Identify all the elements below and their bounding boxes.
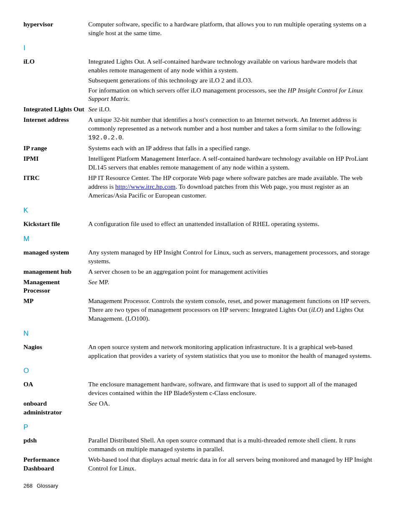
italic-text: iLO (311, 306, 321, 313)
definition-paragraph: A configuration file used to effect an u… (88, 220, 376, 229)
definition-paragraph: The enclosure management hardware, softw… (88, 380, 376, 398)
definition-paragraph: Systems each with an IP address that fal… (88, 144, 376, 153)
section-heading-o: O (23, 366, 376, 376)
glossary-definition: Systems each with an IP address that fal… (88, 144, 376, 153)
italic-text: HP Insight Control for Linux Support Mat… (88, 87, 363, 103)
definition-paragraph: See OA. (88, 399, 376, 408)
glossary-entry: onboard administratorSee OA. (23, 399, 376, 417)
glossary-body: hypervisorComputer software, specific to… (23, 20, 376, 473)
glossary-term: Performance Dashboard (23, 455, 88, 473)
glossary-entry: Integrated Lights OutSee iLO. (23, 105, 376, 114)
glossary-term: Integrated Lights Out (23, 105, 88, 114)
glossary-entry: IP rangeSystems each with an IP address … (23, 144, 376, 153)
glossary-term: ITRC (23, 174, 88, 200)
glossary-entry: Kickstart fileA configuration file used … (23, 220, 376, 229)
glossary-entry: iLOIntegrated Lights Out. A self-contain… (23, 57, 376, 104)
section-heading-n: N (23, 329, 376, 339)
glossary-entry: OAThe enclosure management hardware, sof… (23, 380, 376, 398)
glossary-definition: A unique 32-bit number that identifies a… (88, 116, 376, 142)
glossary-entry: NagiosAn open source system and network … (23, 343, 376, 360)
glossary-definition: An open source system and network monito… (88, 343, 376, 360)
glossary-entry: ITRCHP IT Resource Center. The HP corpor… (23, 174, 376, 200)
definition-paragraph: An open source system and network monito… (88, 343, 376, 360)
glossary-entry: hypervisorComputer software, specific to… (23, 20, 376, 38)
external-link[interactable]: http://www.itrc.hp.com (115, 183, 176, 190)
glossary-term: onboard administrator (23, 399, 88, 417)
definition-paragraph: See MP. (88, 278, 376, 287)
section-heading-p: P (23, 423, 376, 432)
glossary-term: MP (23, 297, 88, 323)
glossary-definition: A configuration file used to effect an u… (88, 220, 376, 229)
glossary-definition: See MP. (88, 278, 376, 296)
glossary-entry: pdshParallel Distributed Shell. An open … (23, 436, 376, 454)
glossary-term: IPMI (23, 154, 88, 172)
section-heading-i: I (23, 44, 376, 53)
definition-paragraph: Computer software, specific to a hardwar… (88, 20, 376, 38)
glossary-term: iLO (23, 57, 88, 104)
glossary-term: Internet address (23, 116, 88, 142)
glossary-term: OA (23, 380, 88, 398)
see-reference: See (88, 278, 97, 285)
glossary-entry: Management ProcessorSee MP. (23, 278, 376, 296)
glossary-definition: See OA. (88, 399, 376, 417)
definition-paragraph: A server chosen to be an aggregation poi… (88, 267, 376, 276)
glossary-definition: Intelligent Platform Management Interfac… (88, 154, 376, 172)
page-number: 268 (23, 483, 33, 489)
definition-paragraph: See iLO. (88, 105, 376, 114)
glossary-term: Management Processor (23, 278, 88, 296)
definition-paragraph: Integrated Lights Out. A self-contained … (88, 57, 376, 75)
definition-paragraph: Intelligent Platform Management Interfac… (88, 154, 376, 172)
glossary-entry: IPMIIntelligent Platform Management Inte… (23, 154, 376, 172)
glossary-definition: A server chosen to be an aggregation poi… (88, 267, 376, 276)
definition-paragraph: Parallel Distributed Shell. An open sour… (88, 436, 376, 454)
glossary-entry: MPManagement Processor. Controls the sys… (23, 297, 376, 323)
glossary-term: hypervisor (23, 20, 88, 38)
glossary-term: Nagios (23, 343, 88, 360)
glossary-definition: Web-based tool that displays actual metr… (88, 455, 376, 473)
see-reference: See (88, 105, 97, 113)
glossary-term: management hub (23, 267, 88, 276)
glossary-definition: HP IT Resource Center. The HP corporate … (88, 174, 376, 200)
glossary-definition: Any system managed by HP Insight Control… (88, 248, 376, 266)
definition-paragraph: Web-based tool that displays actual metr… (88, 455, 376, 473)
definition-paragraph: HP IT Resource Center. The HP corporate … (88, 174, 376, 200)
section-heading-m: M (23, 234, 376, 244)
glossary-definition: The enclosure management hardware, softw… (88, 380, 376, 398)
glossary-term: Kickstart file (23, 220, 88, 229)
glossary-entry: management hubA server chosen to be an a… (23, 267, 376, 276)
footer-section: Glossary (37, 483, 58, 489)
definition-paragraph: Management Processor. Controls the syste… (88, 297, 376, 323)
glossary-definition: Management Processor. Controls the syste… (88, 297, 376, 323)
section-heading-k: K (23, 206, 376, 216)
definition-paragraph: Subsequent generations of this technolog… (88, 76, 376, 85)
glossary-entry: managed systemAny system managed by HP I… (23, 248, 376, 266)
monospace-text: 192.0.2.0 (88, 134, 122, 141)
glossary-definition: Computer software, specific to a hardwar… (88, 20, 376, 38)
glossary-entry: Internet addressA unique 32-bit number t… (23, 116, 376, 142)
definition-paragraph: A unique 32-bit number that identifies a… (88, 116, 376, 142)
glossary-term: IP range (23, 144, 88, 153)
definition-paragraph: Any system managed by HP Insight Control… (88, 248, 376, 266)
definition-paragraph: For information on which servers offer i… (88, 86, 376, 104)
glossary-definition: Integrated Lights Out. A self-contained … (88, 57, 376, 104)
see-reference: See (88, 400, 97, 407)
glossary-term: pdsh (23, 436, 88, 454)
glossary-entry: Performance DashboardWeb-based tool that… (23, 455, 376, 473)
glossary-definition: Parallel Distributed Shell. An open sour… (88, 436, 376, 454)
glossary-term: managed system (23, 248, 88, 266)
page-footer: 268Glossary (23, 482, 376, 490)
glossary-definition: See iLO. (88, 105, 376, 114)
